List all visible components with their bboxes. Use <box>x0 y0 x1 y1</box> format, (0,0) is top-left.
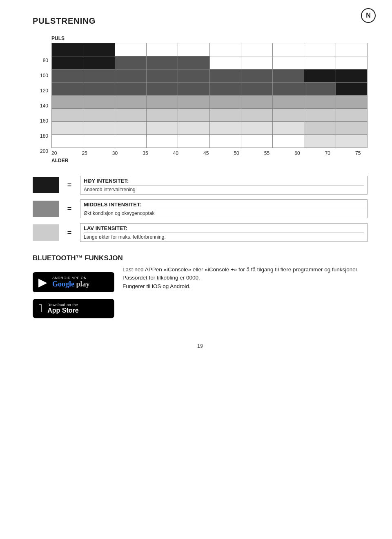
chart-cell <box>336 122 368 135</box>
chart-cell <box>304 83 336 96</box>
legend-row-mid: = MIDDELS INTENSITET: Økt kondisjon og o… <box>33 199 368 218</box>
app-store-top-text: Download on the <box>47 303 78 307</box>
chart-cell <box>210 56 241 69</box>
chart-cell <box>147 69 178 83</box>
chart-cell <box>178 96 209 109</box>
chart-and-xaxis: 20 25 30 35 40 45 50 55 60 70 75 ALDER <box>51 43 368 163</box>
chart-cell <box>273 122 304 135</box>
n-badge-letter: N <box>366 12 371 19</box>
chart-cell <box>178 122 209 135</box>
chart-cell <box>273 135 304 148</box>
chart-cell <box>83 56 115 69</box>
legend-color-low <box>33 224 59 241</box>
page-container: N PULSTRENING PULS 200 180 160 140 120 1… <box>0 0 392 373</box>
chart-cell <box>52 122 83 135</box>
chart-cell <box>83 43 115 56</box>
chart-cell <box>52 135 83 148</box>
legend-text-low: LAV INTENSITET: Lange økter for maks. fe… <box>80 223 368 242</box>
chart-cell <box>241 109 273 122</box>
chart-cell <box>52 109 83 122</box>
chart-cell <box>336 56 368 69</box>
chart-cell <box>210 83 241 96</box>
chart-cell <box>336 109 368 122</box>
legend-title-high: HØY INTENSITET: <box>84 178 364 184</box>
chart-cell <box>336 96 368 109</box>
chart-cell <box>336 69 368 83</box>
x-axis-label-row: ALDER <box>51 158 368 163</box>
chart-cell <box>210 122 241 135</box>
chart-cell <box>336 135 368 148</box>
legend-equals-3: = <box>65 228 74 237</box>
legend-title-mid: MIDDELS INTENSITET: <box>84 201 364 208</box>
chart-cell <box>304 56 336 69</box>
chart-cell <box>273 83 304 96</box>
chart-cell <box>52 96 83 109</box>
chart-cell <box>336 43 368 56</box>
chart-cell <box>304 122 336 135</box>
chart-cell <box>147 83 178 96</box>
legend-text-high: HØY INTENSITET: Anaerob intervalltrening <box>80 176 368 195</box>
chart-cell <box>115 83 147 96</box>
chart-cell <box>241 135 273 148</box>
google-play-badge[interactable]: ▶ ANDROID APP ON Google play <box>33 272 114 292</box>
chart-area: 200 180 160 140 120 100 80 <box>33 43 368 163</box>
chart-cell <box>83 69 115 83</box>
bluetooth-content: ▶ ANDROID APP ON Google play  Download … <box>33 266 368 318</box>
n-badge: N <box>361 8 376 23</box>
chart-cell <box>147 96 178 109</box>
chart-section: PULS 200 180 160 140 120 100 80 <box>33 36 368 163</box>
legend-sub-mid: Økt kondisjon og oksygenopptak <box>84 209 364 216</box>
bluetooth-title-text: BLUETOOTH™ FUNKSJON <box>33 254 123 262</box>
page-number: 19 <box>33 343 368 349</box>
play-icon: ▶ <box>38 275 47 289</box>
chart-cell <box>210 43 241 56</box>
google-play-top-text: ANDROID APP ON <box>52 276 90 280</box>
chart-cell <box>241 83 273 96</box>
chart-cell <box>52 83 83 96</box>
chart-cell <box>83 83 115 96</box>
legend-text-mid: MIDDELS INTENSITET: Økt kondisjon og oks… <box>80 199 368 218</box>
app-badges-column: ▶ ANDROID APP ON Google play  Download … <box>33 266 114 318</box>
chart-cell <box>304 69 336 83</box>
chart-cell <box>115 135 147 148</box>
chart-cell <box>273 109 304 122</box>
bluetooth-title: BLUETOOTH™ FUNKSJON <box>33 254 368 262</box>
chart-cell <box>241 122 273 135</box>
chart-cell <box>210 69 241 83</box>
x-axis-labels: 20 25 30 35 40 45 50 55 60 70 <box>51 150 355 156</box>
legend-section: = HØY INTENSITET: Anaerob intervalltreni… <box>33 176 368 242</box>
chart-cell <box>210 96 241 109</box>
chart-cell <box>115 69 147 83</box>
y-axis: 200 180 160 140 120 100 80 <box>33 43 51 163</box>
chart-y-label: PULS <box>33 36 368 41</box>
chart-cell <box>52 69 83 83</box>
chart-cell <box>147 43 178 56</box>
app-store-badge[interactable]:  Download on the App Store <box>33 299 114 318</box>
chart-cell <box>273 96 304 109</box>
chart-grid <box>51 43 368 148</box>
chart-cell <box>304 43 336 56</box>
legend-sub-high: Anaerob intervalltrening <box>84 185 364 192</box>
chart-cell <box>178 69 209 83</box>
app-badges: ▶ ANDROID APP ON Google play  Download … <box>33 272 114 318</box>
chart-cell <box>147 109 178 122</box>
chart-cell <box>241 43 273 56</box>
chart-cell <box>147 135 178 148</box>
chart-cell <box>115 122 147 135</box>
chart-cell <box>241 56 273 69</box>
chart-cell <box>147 122 178 135</box>
x-label: ALDER <box>51 158 68 163</box>
legend-row-high: = HØY INTENSITET: Anaerob intervalltreni… <box>33 176 368 195</box>
chart-cell <box>336 83 368 96</box>
chart-cell <box>52 56 83 69</box>
bluetooth-section: BLUETOOTH™ FUNKSJON ▶ ANDROID APP ON Goo… <box>33 254 368 318</box>
app-store-main-text: App Store <box>47 307 78 314</box>
chart-cell <box>83 122 115 135</box>
chart-cell <box>241 69 273 83</box>
app-store-text: Download on the App Store <box>47 303 78 314</box>
chart-cell <box>115 43 147 56</box>
legend-title-low: LAV INTENSITET: <box>84 225 364 231</box>
chart-cell <box>115 96 147 109</box>
chart-cell <box>83 96 115 109</box>
chart-cell <box>178 56 209 69</box>
